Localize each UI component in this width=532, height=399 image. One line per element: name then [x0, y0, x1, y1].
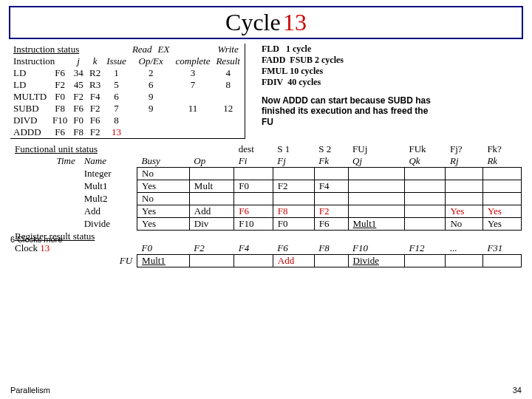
fu-heading: Functional unit status [10, 143, 189, 155]
fu-row: Mult2No [10, 193, 522, 205]
col-complete: complete [173, 55, 214, 67]
col-issue: Issue [103, 55, 129, 67]
col-k: k [86, 55, 103, 67]
title-word1: Cycle [225, 9, 281, 35]
fu-row: IntegerNo [10, 168, 522, 180]
footer-left: Parallelism [10, 386, 50, 395]
functional-unit-status: Functional unit status dest S 1 S 2 FUj … [10, 143, 522, 267]
col-read: Read [129, 44, 155, 55]
title-word2: 13 [283, 9, 307, 35]
col-j: j [70, 55, 86, 67]
col-write: Write [213, 44, 243, 55]
clocks-more-note: 6 Clocks more [10, 235, 62, 244]
footer-page: 34 [513, 386, 522, 395]
fu-row: Mult1YesMultF0F2F4 [10, 180, 522, 193]
instr-heading: Instruction status [10, 44, 103, 55]
fu-row: AddYesAddF6F8F2YesYes [10, 205, 522, 218]
instr-row: LDF245R35678 [10, 79, 243, 91]
instr-row: LDF634R21234 [10, 67, 243, 79]
title-box: Cycle 13 [9, 6, 523, 39]
instr-row: DIVDF10F0F68 [10, 115, 243, 126]
instr-row: SUBDF8F6F2791112 [10, 103, 243, 115]
col-ex: EX [155, 44, 173, 55]
reg-row: FU Mult1 Add Divide [10, 255, 522, 267]
col-result: Result [213, 55, 243, 67]
instr-row: MULTDF0F2F469 [10, 91, 243, 103]
latency-notes: FLD 1 cycle FADD FSUB 2 cycles FMUL 10 c… [262, 44, 432, 127]
instr-row: ADDDF6F8F213 [10, 126, 243, 138]
col-instruction: Instruction [10, 55, 70, 67]
fu-row: DivideYesDivF10F0F6Mult1NoYes [10, 218, 522, 231]
comment-text: Now ADDD can start because SUBD has fini… [262, 95, 432, 127]
footer: Parallelism 34 [10, 386, 522, 395]
col-opex: Op/Ex [129, 55, 173, 67]
instruction-status-table: Instruction status Read EX Write Instruc… [10, 44, 245, 139]
